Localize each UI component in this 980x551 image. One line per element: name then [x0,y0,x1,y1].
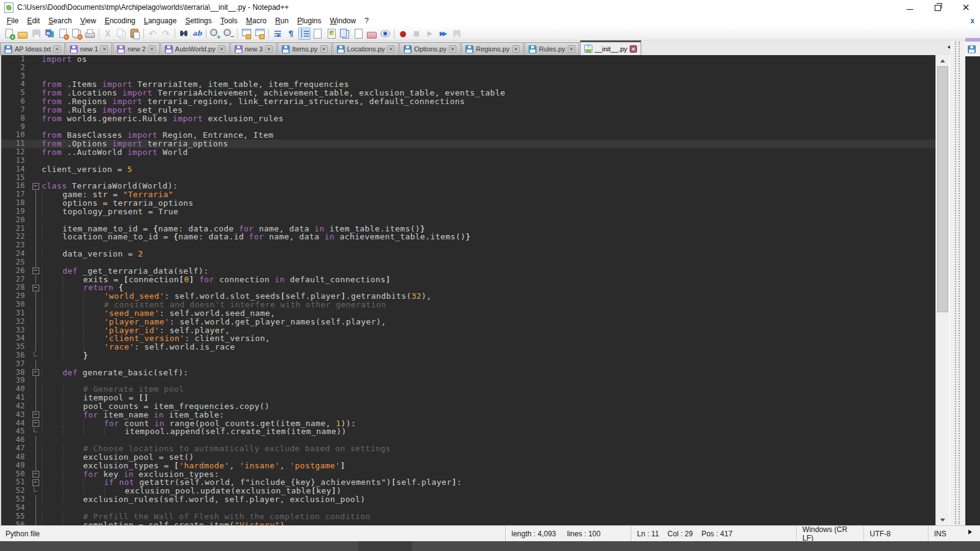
find-button[interactable] [178,28,190,40]
menu-item-file[interactable]: File [2,15,23,26]
fold-margin [29,427,42,436]
tab-close-icon[interactable]: × [218,45,225,53]
sync-horizontal-scroll-button[interactable] [254,28,266,40]
define-language-button[interactable]: ƒ [352,28,364,40]
fold-margin [29,123,42,132]
tab-options-py[interactable]: Options.py× [399,42,461,55]
fold-toggle-icon[interactable] [29,283,42,292]
line-number: 21 [1,225,29,233]
code-text: exclusion_pool.update(exclusion_table[ke… [42,487,935,495]
tab-close-icon[interactable]: × [100,45,108,53]
scroll-up-button[interactable] [936,55,949,66]
sync-vertical-scroll-button[interactable] [240,28,252,40]
replace-button[interactable]: ab [191,28,203,40]
print-button[interactable] [84,28,96,40]
menu-item-view[interactable]: View [76,15,100,26]
tab-regions-py[interactable]: Regions.py× [461,42,524,55]
tab-close-icon[interactable]: × [630,45,637,53]
tab-__init__-py[interactable]: __init__.py× [580,40,641,55]
folder-as-workspace-button[interactable] [366,28,378,40]
show-indent-guide-button[interactable] [298,28,311,40]
menu-item-tools[interactable]: Tools [216,15,242,26]
fold-margin [29,208,42,216]
tab-ap-ideas-txt[interactable]: AP Ideas.txt× [0,42,65,55]
show-all-characters-button[interactable]: ¶ [285,28,297,40]
word-wrap-button[interactable] [271,28,284,40]
macro-save-button[interactable] [451,28,463,40]
minimize-button[interactable] [895,0,924,15]
tab-close-icon[interactable]: × [53,45,61,53]
vertical-scrollbar[interactable] [935,55,949,525]
close-button[interactable]: × [952,0,980,15]
redo-button[interactable]: ↷ [160,28,172,40]
tab-close-icon[interactable]: × [265,45,273,53]
menu-item-plugins[interactable]: Plugins [293,15,325,26]
tab-bar: AP Ideas.txt×new 1×new 2×AutoWorld.py×ne… [0,40,980,55]
macro-run-multiple-button[interactable]: ▶▶ [437,28,450,40]
code-text [42,123,935,132]
menu-item-macro[interactable]: Macro [242,15,271,26]
fold-toggle-icon[interactable] [29,411,42,419]
panel-collapse-arrow-icon[interactable] [968,530,974,534]
menu-item-encoding[interactable]: Encoding [100,15,140,26]
restore-button[interactable] [924,0,952,15]
scrollbar-thumb[interactable] [937,66,948,312]
menu-item-[interactable]: ? [360,15,373,26]
tab-close-icon[interactable]: × [320,45,328,53]
close-file-button[interactable] [57,28,69,40]
fold-toggle-icon[interactable] [29,419,42,428]
tab-close-icon[interactable]: × [512,45,519,53]
open-file-button[interactable] [17,28,29,40]
tab-autoworld-py[interactable]: AutoWorld.py× [160,42,230,55]
fold-toggle-icon[interactable] [29,470,42,479]
tab-new-2[interactable]: new 2× [113,42,159,55]
scroll-down-button[interactable] [936,515,949,525]
tab-rules-py[interactable]: Rules.py× [524,42,579,55]
tab-locations-py[interactable]: Locations.py× [333,42,399,55]
zoom-in-button[interactable] [209,28,221,40]
fold-margin [29,165,42,174]
monitoring-button[interactable] [379,28,391,40]
code-editor[interactable]: 1import os234from .Items import Terraria… [0,55,935,525]
panel-splitter[interactable] [950,40,965,525]
paste-button[interactable] [129,28,141,40]
save-button[interactable] [30,28,42,40]
title-bar: C:\Users\Dood\Documents\tmp\Archipelago\… [0,0,980,15]
fold-toggle-icon[interactable] [29,369,42,377]
document-map-button[interactable] [325,28,337,40]
tab-close-icon[interactable]: × [568,45,575,53]
function-list-button[interactable]: ϟ [312,28,324,40]
fold-toggle-icon[interactable] [29,478,42,487]
fold-margin [29,131,42,140]
tab-close-icon[interactable]: × [148,45,156,53]
macro-record-button[interactable]: ● [397,28,409,40]
tab-new-3[interactable]: new 3× [230,42,277,55]
status-encoding[interactable]: UTF-8 [864,526,928,541]
menu-item-window[interactable]: Window [326,15,361,26]
new-file-button[interactable] [3,28,15,40]
menu-item-language[interactable]: Language [140,15,181,26]
tab-close-icon[interactable]: × [449,45,456,53]
undo-button[interactable]: ↶ [146,28,159,40]
menu-item-search[interactable]: Search [44,15,76,26]
tab-items-py[interactable]: Items.py× [277,42,332,55]
zoom-out-button[interactable] [222,28,235,40]
copy-button[interactable] [115,28,127,40]
fold-toggle-icon[interactable] [29,182,42,190]
menu-item-settings[interactable]: Settings [181,15,216,26]
document-list-button[interactable] [339,28,351,40]
close-all-button[interactable] [70,28,83,40]
menu-item-run[interactable]: Run [271,15,293,26]
tab-new-1[interactable]: new 1× [66,42,112,55]
fold-toggle-icon[interactable] [29,267,42,276]
macro-play-button[interactable]: ▶ [424,28,436,40]
menubar-close-doc-icon[interactable]: x [970,17,978,25]
cut-button[interactable] [102,28,114,40]
docked-panel-tab[interactable] [965,42,980,56]
line-number: 54 [1,504,29,512]
tab-close-icon[interactable]: × [387,45,394,53]
status-eol-format[interactable]: Windows (CR LF) [796,526,864,541]
menu-item-edit[interactable]: Edit [23,15,44,26]
save-all-button[interactable] [43,28,56,40]
macro-stop-button[interactable]: ■ [410,28,423,40]
